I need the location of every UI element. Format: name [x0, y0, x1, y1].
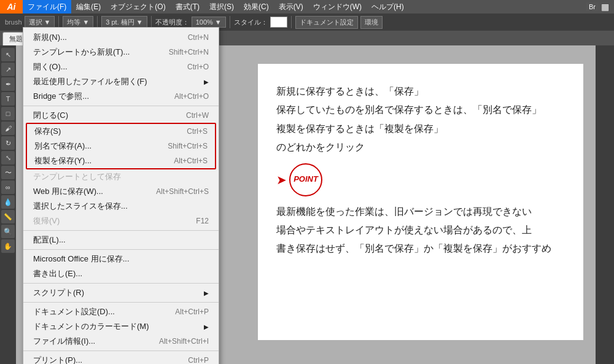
menu-sep-1 [23, 106, 219, 106]
right-panel [596, 45, 614, 364]
menu-window[interactable]: ウィンドウ(W) [308, 0, 367, 14]
menu-select[interactable]: 選択(S) [204, 0, 239, 14]
menu-print-shortcut: Ctrl+P [188, 356, 209, 364]
chevron-icon: ▼ [44, 18, 51, 26]
menu-save-as-label: 別名で保存(A)... [34, 141, 91, 152]
ellipse-label: 均等 [67, 18, 80, 27]
menu-object[interactable]: オブジェクト(O) [106, 0, 170, 14]
menu-type[interactable]: 書式(T) [171, 0, 204, 14]
hand-tool[interactable]: ✋ [1, 239, 15, 253]
menu-scripts-label: スクリプト(R) [33, 287, 84, 298]
menu-edit[interactable]: 編集(E) [71, 0, 106, 14]
menu-doc-setup-label: ドキュメント設定(D)... [33, 306, 115, 317]
toolbar-separator-4 [230, 16, 230, 28]
doc-settings-button[interactable]: ドキュメント設定 [295, 16, 358, 29]
menu-bridge-label: Bridge で参照... [33, 91, 89, 102]
menu-save-slices-label: 選択したスライスを保存... [33, 201, 128, 212]
menu-print-label: プリント(P)... [33, 355, 82, 364]
menu-save-shortcut: Ctrl+S [187, 127, 208, 136]
menu-save-label: 保存(S) [34, 126, 61, 137]
menu-sep-4 [23, 283, 219, 284]
note-line-2: 場合やテキストレイアウトが使えない場合があるので、上 [276, 221, 565, 239]
menu-save-web[interactable]: Web 用に保存(W)... Alt+Shift+Ctrl+S [23, 184, 219, 199]
menu-save-copy[interactable]: 複製を保存(Y)... Alt+Ctrl+S [27, 153, 215, 168]
shape-tool[interactable]: □ [1, 107, 15, 120]
menu-close[interactable]: 閉じる(C) Ctrl+W [23, 108, 219, 123]
menu-scripts[interactable]: スクリプト(R) [23, 285, 219, 300]
menu-file-info-shortcut: Alt+Shift+Ctrl+I [159, 337, 209, 346]
menu-revert-label: 復帰(V) [33, 215, 60, 227]
menu-close-shortcut: Ctrl+W [186, 111, 209, 120]
menu-open-shortcut: Ctrl+O [187, 63, 209, 71]
chevron-icon-2: ▼ [82, 18, 89, 26]
menu-effect[interactable]: 効果(C) [239, 0, 274, 14]
menu-export-label: 書き出し(E)... [33, 268, 82, 279]
menu-help[interactable]: ヘルプ(H) [367, 0, 409, 14]
ai-logo-button[interactable]: Ai [0, 0, 23, 14]
pen-tool[interactable]: ✒ [1, 77, 15, 91]
opacity-label: 不透明度： [155, 18, 189, 27]
size-label: 3 pt. 楠円 [106, 18, 134, 27]
chevron-icon-3: ▼ [136, 18, 143, 26]
menu-open-label: 開く(O)... [33, 61, 68, 72]
save-group: 保存(S) Ctrl+S 別名で保存(A)... Shift+Ctrl+S 複製… [26, 123, 216, 169]
chevron-icon-4: ▼ [215, 18, 222, 26]
type-tool[interactable]: T [1, 92, 15, 106]
menu-file-info-label: ファイル情報(I)... [33, 336, 95, 347]
bridge-label: Br [586, 2, 599, 11]
menu-new-template[interactable]: テンプレートから新規(T)... Shift+Ctrl+N [23, 45, 219, 60]
menu-ms-office-label: Microsoft Office 用に保存... [33, 254, 130, 265]
menu-file-info[interactable]: ファイル情報(I)... Alt+Shift+Ctrl+I [23, 334, 219, 349]
left-toolbar: ↖ ↗ ✒ T □ 🖌 ↻ ⤡ 〜 ∞ 💧 📏 🔍 ✋ [0, 45, 16, 364]
menu-color-mode[interactable]: ドキュメントのカラーモード(M) [23, 319, 219, 334]
menu-place[interactable]: 配置(L)... [23, 233, 219, 247]
point-annotation: ➤ POINT [276, 163, 565, 196]
scale-tool[interactable]: ⤡ [1, 151, 15, 165]
direct-select-tool[interactable]: ↗ [1, 63, 15, 76]
arrow-icon: ➤ [276, 168, 287, 192]
menu-sep-3 [23, 249, 219, 250]
menu-save-web-shortcut: Alt+Shift+Ctrl+S [156, 187, 209, 196]
menu-file[interactable]: ファイル(F) [23, 0, 71, 14]
selection-tool[interactable]: ↖ [1, 48, 15, 61]
menu-ms-office[interactable]: Microsoft Office 用に保存... [23, 252, 219, 266]
menu-new-template-label: テンプレートから新規(T)... [33, 47, 130, 58]
menu-bridge[interactable]: Bridge で参照... Alt+Ctrl+O [23, 89, 219, 104]
menu-sep-6 [23, 350, 219, 351]
menu-save[interactable]: 保存(S) Ctrl+S [27, 124, 215, 139]
environment-button[interactable]: 環境 [360, 16, 383, 29]
toolbar-separator-5 [291, 16, 292, 28]
content-line-4: のどれかをクリック [276, 138, 565, 157]
menu-doc-setup[interactable]: ドキュメント設定(D)... Alt+Ctrl+P [23, 304, 219, 319]
menu-view[interactable]: 表示(V) [274, 0, 308, 14]
style-label: スタイル： [234, 18, 268, 27]
menu-recent-label: 最近使用したファイルを開く(F) [33, 76, 147, 87]
menu-new[interactable]: 新規(N)... Ctrl+N [23, 30, 219, 45]
menu-save-slices[interactable]: 選択したスライスを保存... [23, 199, 219, 214]
toolbar-separator-1 [58, 16, 59, 28]
menu-revert: 復帰(V) F12 [23, 214, 219, 228]
menu-new-shortcut: Ctrl+N [188, 33, 209, 42]
opacity-value: 100% [196, 18, 213, 26]
menu-bar: Ai ファイル(F) 編集(E) オブジェクト(O) 書式(T) 選択(S) 効… [0, 0, 614, 14]
file-menu-dropdown: 新規(N)... Ctrl+N テンプレートから新規(T)... Shift+C… [23, 27, 219, 364]
menu-recent[interactable]: 最近使用したファイルを開く(F) [23, 74, 219, 89]
rotate-tool[interactable]: ↻ [1, 136, 15, 150]
paintbrush-tool[interactable]: 🖌 [1, 122, 15, 135]
menu-print[interactable]: プリント(P)... Ctrl+P [23, 353, 219, 364]
content-line-2: 保存していたものを別名で保存するときは、「別名で保存」 [276, 101, 565, 119]
menu-save-as[interactable]: 別名で保存(A)... Shift+Ctrl+S [27, 139, 215, 153]
measure-tool[interactable]: 📏 [1, 210, 15, 223]
warp-tool[interactable]: 〜 [1, 166, 15, 179]
eyedrop-tool[interactable]: 💧 [1, 195, 15, 209]
menu-open[interactable]: 開く(O)... Ctrl+O [23, 60, 219, 74]
menu-export[interactable]: 書き出し(E)... [23, 266, 219, 281]
opacity-dropdown[interactable]: 100% ▼ [192, 17, 226, 28]
zoom-tool[interactable]: 🔍 [1, 225, 15, 238]
content-line-1: 新規に保存するときは、「保存」 [276, 82, 565, 101]
note-line-3: 書き保存はせず、「別名で保存」か「複製を保存」がおすすめ [276, 239, 565, 258]
style-swatch[interactable] [270, 17, 287, 28]
brush-label: brush [2, 18, 22, 26]
menu-sep-2 [23, 230, 219, 231]
blend-tool[interactable]: ∞ [1, 180, 15, 194]
